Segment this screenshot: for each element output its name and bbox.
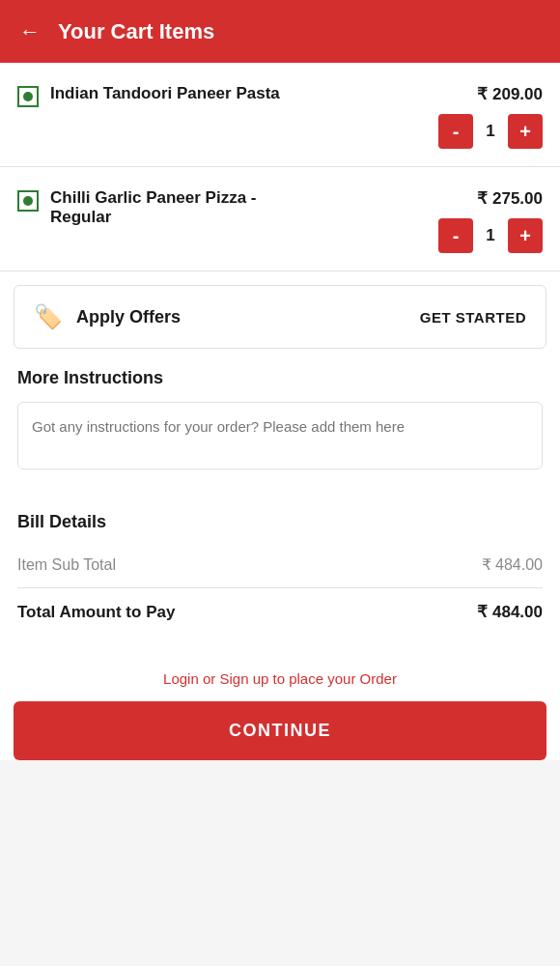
offers-label: Apply Offers	[76, 307, 181, 327]
qty-control-1: - 1 +	[438, 114, 543, 149]
bill-title: Bill Details	[17, 512, 543, 532]
qty-plus-btn-2[interactable]: +	[508, 218, 543, 253]
veg-dot-1	[23, 92, 33, 101]
veg-icon-1	[17, 86, 39, 107]
get-started-button[interactable]: GET STARTED	[420, 309, 526, 326]
login-section: Login or Sign up to place your Order	[0, 641, 560, 701]
item-name-1: Indian Tandoori Paneer Pasta	[50, 84, 280, 103]
instructions-section: More Instructions	[0, 349, 560, 483]
veg-icon-2	[17, 190, 39, 212]
cart-item-2: Chilli Garlic Paneer Pizza - Regular ₹ 2…	[0, 167, 560, 271]
offers-left: 🏷️ Apply Offers	[34, 303, 181, 330]
instructions-input[interactable]	[17, 402, 543, 469]
qty-plus-btn-1[interactable]: +	[508, 114, 543, 149]
bill-section: Bill Details Item Sub Total ₹ 484.00 Tot…	[0, 493, 560, 641]
cart-item-2-left: Chilli Garlic Paneer Pizza - Regular	[17, 188, 321, 227]
cart-item-1-right: ₹ 209.00 - 1 +	[438, 84, 543, 149]
veg-dot-2	[23, 196, 33, 206]
bill-total-row: Total Amount to Pay ₹ 484.00	[17, 587, 543, 632]
total-value: ₹ 484.00	[477, 602, 543, 622]
item-price-1: ₹ 209.00	[477, 84, 543, 104]
instructions-title: More Instructions	[17, 368, 543, 388]
header: ← Your Cart Items	[0, 0, 560, 63]
continue-button[interactable]: CONTINUE	[14, 701, 546, 760]
cart-item-2-right: ₹ 275.00 - 1 +	[438, 188, 543, 253]
offers-section[interactable]: 🏷️ Apply Offers GET STARTED	[14, 285, 546, 349]
cart-item-1: Indian Tandoori Paneer Pasta ₹ 209.00 - …	[0, 63, 560, 167]
login-link[interactable]: Login or Sign up to place your Order	[163, 670, 397, 687]
cart-item-1-left: Indian Tandoori Paneer Pasta	[17, 84, 280, 107]
offers-icon: 🏷️	[34, 303, 63, 330]
bill-subtotal-row: Item Sub Total ₹ 484.00	[17, 546, 543, 583]
item-name-2: Chilli Garlic Paneer Pizza - Regular	[50, 188, 321, 227]
total-label: Total Amount to Pay	[17, 603, 175, 622]
cart-content: Indian Tandoori Paneer Pasta ₹ 209.00 - …	[0, 63, 560, 760]
qty-control-2: - 1 +	[438, 218, 543, 253]
qty-num-1: 1	[473, 122, 508, 141]
subtotal-value: ₹ 484.00	[482, 555, 543, 574]
page-title: Your Cart Items	[58, 19, 214, 44]
qty-minus-btn-2[interactable]: -	[438, 218, 473, 253]
qty-num-2: 1	[473, 226, 508, 245]
subtotal-label: Item Sub Total	[17, 556, 116, 574]
item-price-2: ₹ 275.00	[477, 188, 543, 209]
qty-minus-btn-1[interactable]: -	[438, 114, 473, 149]
back-button[interactable]: ←	[19, 19, 41, 44]
